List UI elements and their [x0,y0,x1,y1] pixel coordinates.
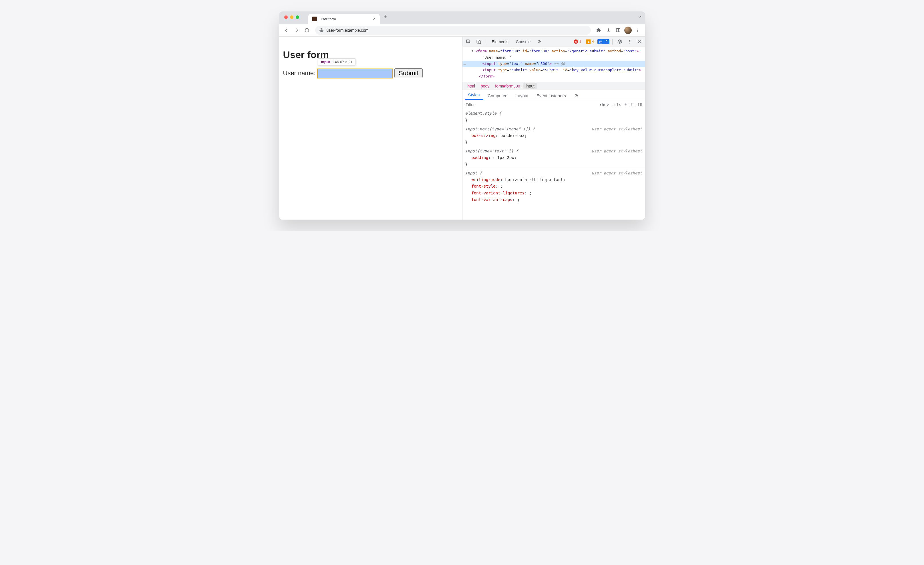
stylesheet-source: user agent stylesheet [591,148,642,154]
content-area: User form User name: input 146.67 × 21 S… [279,37,645,220]
new-tab-button[interactable]: + [384,14,387,21]
stylesheet-source: user agent stylesheet [591,126,642,132]
error-icon: × [574,39,578,44]
device-toolbar-icon[interactable] [474,38,483,45]
svg-rect-1 [616,28,620,32]
rendered-page: User form User name: input 146.67 × 21 S… [279,37,462,220]
side-panel-icon[interactable] [614,26,623,35]
devtools-panel: Elements Console ×1 ▲4 ▤ 2 [462,37,645,220]
url-text: user-form.example.com [327,28,369,33]
toolbar-right [594,26,642,35]
tab-strip: User form × + [279,12,645,24]
styles-pane[interactable]: element.style { } user agent stylesheet … [462,109,645,220]
warning-icon: ▲ [586,39,591,44]
submit-button[interactable]: Submit [394,68,422,78]
svg-rect-15 [631,103,634,106]
close-devtools-icon[interactable] [636,38,644,45]
subtab-styles[interactable]: Styles [465,91,483,100]
devtools-menu-icon[interactable] [626,38,634,45]
devtools-toolbar: Elements Console ×1 ▲4 ▤ 2 [462,37,645,47]
inspect-element-icon[interactable] [464,38,473,45]
svg-point-9 [619,41,620,42]
tabs-dropdown-icon[interactable] [638,15,642,21]
styles-filter-input[interactable] [465,102,597,107]
subtab-computed[interactable]: Computed [484,91,511,100]
dom-selected-node[interactable]: ⋯ <input type="text" name="n300"> == $0 [462,61,645,67]
rule-input-not-image[interactable]: user agent stylesheet input:not([type="i… [462,125,645,147]
dom-node-form-close[interactable]: </form> [462,73,645,79]
warning-count[interactable]: ▲4 [585,39,596,44]
inspect-tooltip: input 146.67 × 21 [318,58,356,66]
dom-text-node[interactable]: "User name: " [462,54,645,61]
styles-filter-row: :hov .cls + [462,100,645,109]
tooltip-tag: input [321,60,330,64]
svg-point-4 [637,30,638,31]
new-style-rule-icon[interactable]: + [624,102,627,108]
settings-icon[interactable] [615,38,624,45]
downloads-icon[interactable] [604,26,613,35]
crumb-form[interactable]: form#form300 [493,83,522,89]
svg-rect-16 [638,103,642,106]
more-tabs-icon[interactable] [535,38,543,45]
issue-icon: ▤ [599,40,602,44]
tab-close-icon[interactable]: × [373,16,375,21]
rule-input-text[interactable]: user agent stylesheet input[type="text" … [462,147,645,169]
page-heading: User form [283,49,458,60]
separator [612,39,613,45]
rule-input[interactable]: user agent stylesheet input { writing-mo… [462,169,645,204]
tooltip-dims: 146.67 × 21 [333,60,352,64]
styles-subtabs: Styles Computed Layout Event Listeners [462,90,645,100]
more-subtabs-icon[interactable] [570,92,582,100]
profile-avatar[interactable] [623,26,633,35]
reload-button[interactable] [303,26,312,35]
favicon-icon [312,16,317,21]
maximize-window-button[interactable] [296,15,299,19]
dom-node-submit[interactable]: <input type="submit" value="Submit" id="… [462,67,645,73]
dom-tree[interactable]: ▼ <form name="form300" id="form300" acti… [462,47,645,82]
browser-window: User form × + user-form.example.com [279,12,645,220]
form-row: User name: input 146.67 × 21 Submit [283,68,458,78]
svg-point-11 [629,41,630,42]
svg-point-3 [637,28,638,30]
username-input[interactable]: input 146.67 × 21 [318,69,392,78]
forward-button[interactable] [292,26,302,35]
issues-count[interactable]: ▤ 2 [597,39,609,44]
crumb-body[interactable]: body [478,83,492,89]
svg-rect-8 [479,41,481,44]
computed-sidebar-icon[interactable] [630,102,635,107]
username-label: User name: [283,69,316,77]
error-count[interactable]: ×1 [572,39,583,44]
extensions-icon[interactable] [594,26,603,35]
address-bar[interactable]: user-form.example.com [315,26,591,35]
svg-point-10 [629,40,630,41]
cls-toggle[interactable]: .cls [612,102,621,107]
tab-title: User form [320,17,370,21]
svg-point-12 [629,43,630,43]
crumb-html[interactable]: html [465,83,477,89]
close-window-button[interactable] [284,15,288,19]
subtab-event-listeners[interactable]: Event Listeners [533,91,569,100]
site-info-icon[interactable] [319,28,324,33]
browser-tab[interactable]: User form × [308,14,380,24]
toggle-rendering-icon[interactable] [638,102,642,107]
crumb-input[interactable]: input [524,83,537,89]
rule-element-style[interactable]: element.style { } [462,109,645,125]
tab-console[interactable]: Console [513,38,533,46]
subtab-layout[interactable]: Layout [512,91,532,100]
hov-toggle[interactable]: :hov [599,102,609,107]
svg-rect-6 [466,40,469,43]
caret-down-icon[interactable]: ▼ [472,48,474,54]
back-button[interactable] [282,26,291,35]
svg-point-5 [637,31,638,32]
dom-node-form[interactable]: ▼ <form name="form300" id="form300" acti… [462,48,645,54]
dom-breadcrumb: html body form#form300 input [462,82,645,90]
tab-elements[interactable]: Elements [489,38,512,46]
toolbar: user-form.example.com [279,24,645,37]
window-controls [284,15,299,19]
minimize-window-button[interactable] [290,15,293,19]
chrome-menu-icon[interactable] [633,26,642,35]
stylesheet-source: user agent stylesheet [591,170,642,177]
